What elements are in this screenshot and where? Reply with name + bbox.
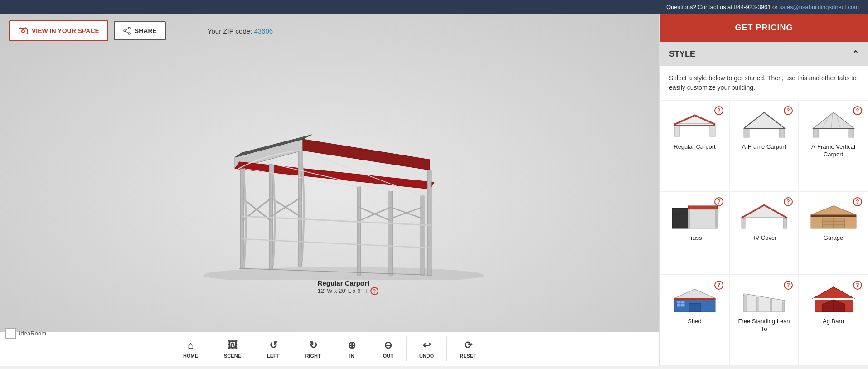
rv-cover-image [739,199,789,231]
svg-rect-52 [672,208,688,228]
undo-label: UNDO [419,353,434,359]
svg-rect-39 [744,128,749,137]
svg-rect-72 [689,303,701,312]
truss-image [670,199,720,231]
model-help-icon[interactable]: ? [370,287,378,295]
a-frame-carport-label: A-Frame Carport [742,143,786,151]
scene-button[interactable]: 🖼 SCENE [211,337,254,361]
share-button[interactable]: SHARE [114,21,166,40]
svg-marker-44 [813,112,854,128]
share-label: SHARE [135,27,157,34]
right-button[interactable]: ↻ RIGHT [292,337,334,361]
get-pricing-button[interactable]: GET PRICING [660,14,868,42]
regular-carport-label: Regular Carport [674,143,716,151]
svg-line-6 [126,31,128,33]
svg-marker-69 [674,289,715,298]
style-item-ag-barn[interactable]: ? Ag Barn [799,275,868,366]
in-label: IN [349,353,354,359]
svg-rect-0 [19,29,27,34]
a-frame-vertical-carport-label: A-Frame Vertical Carport [804,143,863,159]
rotate-right-icon: ↻ [309,340,317,351]
undo-button[interactable]: ↩ UNDO [407,337,447,361]
style-item-a-frame-vertical-carport[interactable]: ? A-Frame Vertical Carport [799,100,868,191]
style-item-free-standing-lean-to[interactable]: ? Free Standing Lean To [729,275,799,366]
zoom-out-icon: ⊖ [384,340,392,351]
undo-icon: ↩ [422,340,431,351]
shed-label: Shed [688,318,701,325]
svg-rect-63 [811,215,856,217]
shed-image [670,282,720,314]
svg-rect-18 [427,170,431,275]
style-item-rv-cover[interactable]: ? RV Cover [729,191,799,275]
svg-rect-56 [715,209,718,228]
bottom-toolbar: ⌂ HOME 🖼 SCENE ↺ LEFT ↻ RIGHT ⊕ IN ⊖ OUT [0,332,659,366]
svg-rect-15 [357,187,361,275]
svg-rect-85 [853,298,854,312]
viewer-panel: VIEW IN YOUR SPACE SHARE Your ZIP code: … [0,14,659,366]
zoom-in-button[interactable]: ⊕ IN [334,337,370,361]
left-label: LEFT [267,353,280,359]
ag-barn-image [809,282,858,314]
style-grid: ? Regular Carport ? [660,100,868,366]
zoom-in-icon: ⊕ [348,340,356,351]
svg-rect-59 [742,218,745,228]
right-label: RIGHT [305,353,320,359]
home-button[interactable]: ⌂ HOME [170,337,211,361]
svg-point-3 [128,33,130,34]
svg-point-2 [128,27,130,29]
view-in-space-button[interactable]: VIEW IN YOUR SPACE [9,20,108,41]
regular-carport-image [670,108,720,140]
svg-rect-55 [688,209,690,228]
rotate-left-icon: ↺ [269,340,277,351]
style-header[interactable]: STYLE ⌃ [660,42,868,66]
style-item-shed[interactable]: ? Shed [660,275,729,366]
zip-label: Your ZIP code: [208,27,252,35]
ar-icon [18,26,28,36]
left-button[interactable]: ↺ LEFT [254,337,293,361]
svg-marker-82 [813,287,854,298]
svg-rect-49 [813,128,819,137]
svg-rect-36 [710,125,715,136]
svg-rect-16 [389,191,393,275]
svg-rect-80 [756,297,758,312]
svg-marker-57 [742,204,787,217]
svg-marker-77 [744,294,785,312]
email-link[interactable]: sales@usabuildingsdirect.com [779,4,859,10]
svg-rect-53 [688,206,718,209]
svg-rect-54 [688,209,718,228]
toolbar-row: VIEW IN YOUR SPACE SHARE Your ZIP code: … [0,14,659,48]
svg-marker-61 [811,206,856,215]
svg-rect-60 [783,218,787,228]
svg-rect-40 [779,128,785,137]
svg-rect-84 [813,298,815,312]
model-area: Regular Carport 12' W x 20' L x 6' H ? [0,48,659,332]
reset-button[interactable]: ⟳ RESET [447,337,489,361]
svg-rect-12 [240,169,244,268]
style-item-regular-carport[interactable]: ? Regular Carport [660,100,729,191]
view-in-space-label: VIEW IN YOUR SPACE [32,27,99,34]
model-label-area: Regular Carport 12' W x 20' L x 6' H ? [318,279,378,295]
svg-rect-35 [674,125,680,136]
model-dims-row: 12' W x 20' L x 6' H ? [318,287,378,295]
rv-cover-label: RV Cover [751,234,776,242]
zoom-out-button[interactable]: ⊖ OUT [370,337,407,361]
idearoom-box-icon [5,328,16,339]
zip-code-area: Your ZIP code: 43606 [208,27,273,35]
contact-text: Questions? Contact us at 844-923-3961 or [666,4,779,10]
a-frame-carport-image [739,108,789,140]
style-item-a-frame-carport[interactable]: ? A-Frame Carport [729,100,799,191]
zip-link[interactable]: 43606 [254,27,273,35]
svg-rect-14 [298,151,302,266]
scene-label: SCENE [224,353,241,359]
svg-rect-71 [674,298,715,300]
style-item-garage[interactable]: ? [799,191,868,275]
share-icon [123,27,131,35]
home-label: HOME [183,353,198,359]
style-description: Select a style below to get started. The… [660,66,868,100]
svg-rect-78 [744,296,746,312]
svg-marker-38 [744,112,785,128]
model-dimensions: 12' W x 20' L x 6' H [318,287,368,294]
garage-image [809,199,858,231]
style-item-truss[interactable]: ? Truss [660,191,729,275]
model-name: Regular Carport [318,279,378,287]
